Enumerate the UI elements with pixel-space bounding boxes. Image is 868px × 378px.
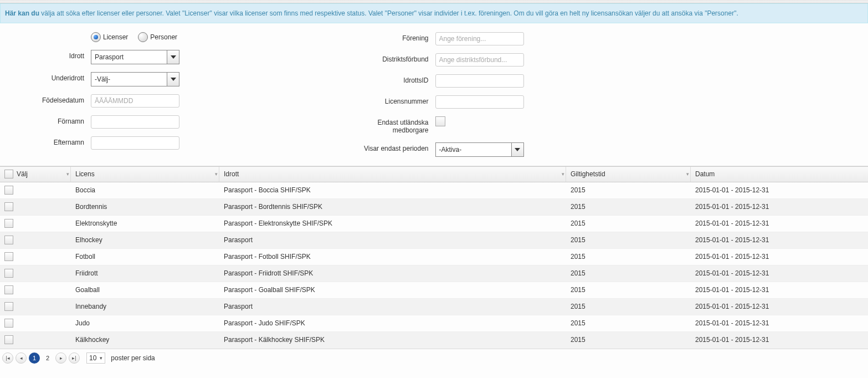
idrottsid-input[interactable]: [435, 74, 524, 88]
table-row[interactable]: ElektronskytteParasport - Elektronskytte…: [0, 216, 868, 232]
idrott-label: Idrott: [33, 50, 84, 60]
pager-pagesize-label: poster per sida: [111, 354, 155, 362]
chevron-down-icon: ▾: [686, 171, 689, 177]
cell-giltighetstid: 2015: [566, 286, 691, 294]
table-row[interactable]: InnebandyParasport20152015-01-01 - 2015-…: [0, 299, 868, 315]
cell-datum: 2015-01-01 - 2015-12-31: [691, 286, 868, 294]
header-datum-label: Datum: [695, 170, 715, 178]
row-checkbox[interactable]: [4, 252, 13, 261]
table-row[interactable]: KälkhockeyParasport - Kälkhockey SHIF/SP…: [0, 332, 868, 349]
select-all-checkbox[interactable]: [4, 170, 13, 178]
radio-icon: [91, 32, 101, 42]
distrikt-label: Distriktsförbund: [357, 53, 429, 63]
idrott-select[interactable]: Parasport: [91, 50, 179, 64]
chevron-down-icon: ▾: [66, 171, 69, 177]
header-idrott[interactable]: Idrott ▾: [219, 167, 566, 182]
row-checkbox[interactable]: [4, 219, 13, 228]
licensnummer-input[interactable]: [435, 95, 524, 109]
fodelsedatum-input[interactable]: [91, 94, 179, 108]
distrikt-input[interactable]: [435, 53, 524, 67]
cell-licens: Goalball: [71, 286, 219, 294]
cell-licens: Fotboll: [71, 253, 219, 260]
grid-header-row: Välj ▾ Licens ▾ Idrott ▾ Giltighetstid ▾…: [0, 167, 868, 182]
cell-datum: 2015-01-01 - 2015-12-31: [691, 269, 868, 277]
chevron-down-icon: ▾: [100, 355, 102, 361]
table-row[interactable]: BordtennisParasport - Bordtennis SHIF/SP…: [0, 199, 868, 216]
header-licens-label: Licens: [75, 170, 95, 178]
radio-personer-label: Personer: [150, 33, 177, 41]
header-datum[interactable]: Datum: [691, 167, 868, 182]
results-grid: Välj ▾ Licens ▾ Idrott ▾ Giltighetstid ▾…: [0, 166, 868, 349]
period-select[interactable]: -Aktiva-: [435, 142, 524, 157]
table-row[interactable]: JudoParasport - Judo SHIF/SPK20152015-01…: [0, 315, 868, 332]
cell-licens: Boccia: [71, 186, 219, 194]
forening-input[interactable]: [435, 32, 524, 45]
table-row[interactable]: FotbollParasport - Fotboll SHIF/SPK20152…: [0, 249, 868, 265]
cell-licens: Innebandy: [71, 303, 219, 310]
row-checkbox[interactable]: [4, 319, 13, 328]
row-checkbox[interactable]: [4, 186, 13, 195]
header-licens[interactable]: Licens ▾: [71, 167, 219, 182]
pager-page-2[interactable]: 2: [42, 353, 53, 364]
table-row[interactable]: BocciaParasport - Boccia SHIF/SPK2015201…: [0, 182, 868, 199]
row-checkbox[interactable]: [4, 202, 13, 211]
cell-datum: 2015-01-01 - 2015-12-31: [691, 319, 868, 327]
cell-idrott: Parasport - Goalball SHIF/SPK: [219, 286, 566, 294]
cell-licens: Kälkhockey: [71, 336, 219, 344]
cell-giltighetstid: 2015: [566, 269, 691, 277]
header-valj-label: Välj: [17, 170, 28, 178]
row-checkbox[interactable]: [4, 236, 13, 244]
endast-utlandska-label: Endast utländska medborgare: [357, 116, 429, 135]
info-banner-bold: Här kan du: [5, 9, 39, 17]
cell-giltighetstid: 2015: [566, 253, 691, 260]
cell-idrott: Parasport: [219, 303, 566, 310]
pager-prev-button[interactable]: ◂: [16, 353, 27, 364]
underidrott-select[interactable]: -Välj-: [91, 72, 179, 86]
cell-datum: 2015-01-01 - 2015-12-31: [691, 253, 868, 260]
licensnummer-label: Licensnummer: [357, 95, 429, 105]
row-checkbox[interactable]: [4, 335, 13, 344]
radio-icon: [138, 32, 148, 42]
table-row[interactable]: ElhockeyParasport20152015-01-01 - 2015-1…: [0, 232, 868, 249]
period-label: Visar endast perioden: [357, 142, 429, 152]
cell-giltighetstid: 2015: [566, 219, 691, 227]
pager-last-button[interactable]: ▸|: [69, 353, 80, 364]
radio-licenser-label: Licenser: [103, 33, 128, 41]
cell-giltighetstid: 2015: [566, 303, 691, 310]
row-checkbox[interactable]: [4, 285, 13, 294]
forening-label: Förening: [357, 32, 429, 42]
efternamn-label: Efternamn: [33, 136, 84, 146]
pager-page-1[interactable]: 1: [29, 353, 40, 364]
pager: |◂ ◂ 1 2 ▸ ▸| 10 ▾ poster per sida: [0, 349, 868, 367]
fodelsedatum-label: Födelsedatum: [33, 94, 84, 104]
underidrott-value: -Välj-: [91, 75, 167, 83]
fornamn-input[interactable]: [91, 115, 179, 129]
info-banner-text: välja att söka efter licenser eller pers…: [39, 9, 738, 17]
cell-idrott: Parasport - Kälkhockey SHIF/SPK: [219, 336, 566, 344]
cell-giltighetstid: 2015: [566, 186, 691, 194]
table-row[interactable]: GoalballParasport - Goalball SHIF/SPK201…: [0, 282, 868, 299]
row-checkbox[interactable]: [4, 302, 13, 311]
chevron-down-icon: ▾: [562, 171, 564, 177]
cell-idrott: Parasport - Bordtennis SHIF/SPK: [219, 203, 566, 211]
cell-datum: 2015-01-01 - 2015-12-31: [691, 303, 868, 310]
period-value: -Aktiva-: [436, 146, 511, 154]
chevron-down-icon: ▾: [215, 171, 218, 177]
endast-line2: medborgare: [393, 126, 429, 134]
cell-datum: 2015-01-01 - 2015-12-31: [691, 336, 868, 344]
header-valj[interactable]: Välj ▾: [0, 167, 71, 182]
efternamn-input[interactable]: [91, 136, 179, 150]
search-mode-radio-group: Licenser Personer: [91, 32, 177, 42]
cell-giltighetstid: 2015: [566, 319, 691, 327]
radio-licenser[interactable]: Licenser: [91, 32, 128, 42]
pager-next-button[interactable]: ▸: [55, 353, 66, 364]
table-row[interactable]: FriidrottParasport - Friidrott SHIF/SPK2…: [0, 265, 868, 282]
cell-licens: Elhockey: [71, 236, 219, 244]
idrottsid-label: IdrottsID: [357, 74, 429, 84]
header-giltighetstid[interactable]: Giltighetstid ▾: [566, 167, 691, 182]
radio-personer[interactable]: Personer: [138, 32, 177, 42]
endast-utlandska-checkbox[interactable]: [435, 116, 445, 126]
row-checkbox[interactable]: [4, 269, 13, 278]
pager-pagesize-select[interactable]: 10 ▾: [86, 353, 105, 364]
pager-first-button[interactable]: |◂: [2, 353, 13, 364]
